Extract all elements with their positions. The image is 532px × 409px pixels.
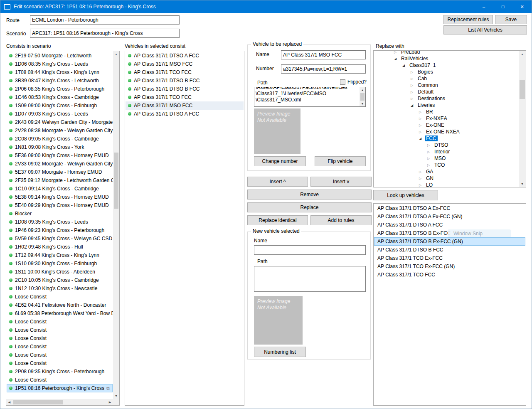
chevron-collapsed-icon[interactable]: ▷ bbox=[419, 170, 425, 174]
tree-node[interactable]: ▷Common bbox=[374, 82, 518, 89]
chevron-collapsed-icon[interactable]: ▷ bbox=[419, 130, 425, 134]
consist-vehicle-row[interactable]: AP Class 317/1 DTSO B FCC bbox=[126, 76, 244, 85]
consist-row[interactable]: 1C46 08:53 King's Cross - Cambridge bbox=[7, 93, 113, 101]
consist-row[interactable]: 6L69 05:38 Peterborough West Yard - Bow … bbox=[7, 309, 113, 318]
tree-node[interactable]: ▷TCO bbox=[374, 162, 518, 168]
tree-node[interactable]: ▷Interior bbox=[374, 148, 518, 155]
tree-node[interactable]: ◢Liveries bbox=[374, 102, 518, 108]
add-to-rules-button[interactable]: Add to rules bbox=[310, 215, 372, 225]
consist-row[interactable]: 5E38 09:14 King's Cross - Hornsey EMUD bbox=[7, 193, 113, 201]
consist-row[interactable]: 2C08 09:05 King's Cross - Cambridge bbox=[7, 135, 113, 143]
tree-node[interactable]: ▷BR bbox=[374, 108, 518, 115]
vehicle-result-row[interactable]: AP Class 317/1 DTSO B Ex-FCC (GN) bbox=[374, 237, 525, 246]
consist-row[interactable]: Loose Consist bbox=[7, 359, 113, 367]
chevron-collapsed-icon[interactable]: ▷ bbox=[427, 163, 433, 167]
flipped-checkbox[interactable]: Flipped? bbox=[340, 79, 367, 85]
scroll-right-icon[interactable]: ▶ bbox=[107, 399, 113, 405]
chevron-collapsed-icon[interactable]: ▷ bbox=[419, 123, 425, 127]
chevron-collapsed-icon[interactable]: ▷ bbox=[419, 183, 425, 187]
consist-vehicle-row[interactable]: AP Class 317/1 MSO FCC bbox=[126, 60, 244, 68]
consists-vscrollbar[interactable]: ▲ ▼ bbox=[113, 51, 119, 399]
chevron-expanded-icon[interactable]: ◢ bbox=[394, 57, 400, 61]
maximize-button[interactable]: □ bbox=[493, 0, 512, 13]
consist-row[interactable]: Loose Consist bbox=[7, 334, 113, 342]
consist-row[interactable]: 5E37 09:07 Moorgate - Hornsey EMUD bbox=[7, 168, 113, 176]
tree-node[interactable]: ◢RailVehicles bbox=[374, 55, 518, 62]
consist-row[interactable]: 5E36 09:00 King's Cross - Hornsey EMUD bbox=[7, 151, 113, 160]
chevron-expanded-icon[interactable]: ◢ bbox=[411, 103, 416, 107]
chevron-collapsed-icon[interactable]: ▷ bbox=[411, 70, 416, 74]
tree-node[interactable]: ▷Cab bbox=[374, 75, 518, 82]
chevron-expanded-icon[interactable]: ◢ bbox=[419, 137, 425, 140]
minimize-button[interactable]: – bbox=[474, 0, 493, 13]
consist-row[interactable]: 1T08 08:44 King's Cross - King's Lynn bbox=[7, 68, 113, 76]
close-button[interactable]: ✕ bbox=[512, 0, 532, 13]
vehicle-result-row[interactable]: AP Class 317/1 DTSO A FCC bbox=[374, 221, 525, 229]
vehicle-result-row[interactable]: AP Class 317/1 TCO Ex-FCC (GN) bbox=[374, 262, 525, 271]
consist-row[interactable]: 1S10 09:30 King's Cross - Edinburgh bbox=[7, 259, 113, 268]
chevron-expanded-icon[interactable]: ◢ bbox=[402, 64, 408, 67]
consist-vehicle-row[interactable]: AP Class 317/1 TCO FCC bbox=[126, 68, 244, 76]
vehicle-result-row[interactable]: AP Class 317/1 TCO Ex-FCC bbox=[374, 254, 525, 262]
tree-node[interactable]: ▷Default bbox=[374, 89, 518, 95]
vehicle-result-row[interactable]: AP Class 317/1 DTSO A Ex-FCC bbox=[374, 204, 525, 212]
consist-row[interactable]: 2P08 09:35 King's Cross - Peterborough bbox=[7, 367, 113, 376]
new-path-field[interactable] bbox=[254, 266, 366, 292]
scroll-up-icon[interactable]: ▲ bbox=[360, 87, 365, 93]
scroll-down-icon[interactable]: ▼ bbox=[360, 101, 365, 106]
chevron-collapsed-icon[interactable]: ▷ bbox=[427, 143, 433, 147]
consist-vehicle-row[interactable]: AP Class 317/1 DTSO B FCC bbox=[126, 85, 244, 93]
vehicle-result-row[interactable]: AP Class 317/1 DTSO A Ex-FCC (GN) bbox=[374, 212, 525, 221]
consist-row[interactable]: Loose Consist bbox=[7, 351, 113, 359]
consist-row[interactable]: 1D06 08:35 King's Cross - Leeds bbox=[7, 60, 113, 68]
consist-row[interactable]: 1P46 09:23 King's Cross - Peterborough bbox=[7, 226, 113, 234]
chevron-collapsed-icon[interactable]: ▷ bbox=[411, 90, 416, 94]
consist-row[interactable]: Blocker bbox=[7, 209, 113, 218]
consist-row[interactable]: 2C10 10:05 King's Cross - Cambridge bbox=[7, 276, 113, 284]
consist-vehicle-row[interactable]: AP Class 317/1 DTSO A FCC bbox=[126, 110, 244, 118]
chevron-collapsed-icon[interactable]: ▷ bbox=[411, 97, 416, 101]
consist-vehicle-row[interactable]: AP Class 317/1 TCO FCC bbox=[126, 93, 244, 101]
replacement-rules-button[interactable]: Replacement rules bbox=[443, 15, 493, 24]
tree-vscrollbar[interactable]: ▲ ▼ bbox=[519, 51, 526, 187]
chevron-collapsed-icon[interactable]: ▷ bbox=[419, 110, 425, 114]
flip-vehicle-button[interactable]: Flip vehicle bbox=[315, 156, 366, 166]
vehicle-result-row[interactable]: AP Class 317/1 TCO FCC bbox=[374, 271, 525, 279]
consist-row[interactable]: 1H02 09:48 King's Cross - Hull bbox=[7, 243, 113, 251]
route-input[interactable]: ECML London - Peterborough bbox=[30, 15, 180, 25]
chevron-collapsed-icon[interactable]: ▷ bbox=[411, 84, 416, 87]
scroll-down-icon[interactable]: ▼ bbox=[519, 180, 526, 187]
tree-node[interactable]: ▷GN bbox=[374, 175, 518, 182]
vehicle-result-row[interactable]: AP Class 317/1 DTSO B FCC bbox=[374, 246, 525, 254]
consist-row[interactable]: 1S09 09:00 King's Cross - Edinburgh bbox=[7, 101, 113, 110]
consist-row[interactable]: 2P06 08:35 King's Cross - Peterborough bbox=[7, 85, 113, 93]
scenario-input[interactable]: APC317: 1P51 08:16 Peterborough - King's… bbox=[30, 29, 180, 38]
scroll-down-icon[interactable]: ▼ bbox=[113, 393, 119, 399]
numbering-list-button[interactable]: Numbering list bbox=[254, 347, 306, 357]
consist-row[interactable]: 1D08 09:35 King's Cross - Leeds bbox=[7, 218, 113, 226]
consist-row[interactable]: 2F19 07:50 Moorgate - Letchworth bbox=[7, 52, 113, 60]
path-scroll-thumb[interactable] bbox=[360, 93, 365, 101]
scroll-up-icon[interactable]: ▲ bbox=[519, 51, 526, 57]
change-number-button[interactable]: Change number bbox=[254, 156, 306, 166]
consist-row[interactable]: 2K43 09:24 Welwyn Garden City - Moorgate bbox=[7, 118, 113, 126]
consist-row[interactable]: 1D07 09:03 King's Cross - Leeds bbox=[7, 110, 113, 118]
scroll-up-icon[interactable]: ▲ bbox=[113, 51, 119, 57]
consist-row[interactable]: Loose Consist bbox=[7, 318, 113, 326]
consist-row[interactable]: Loose Consist bbox=[7, 293, 113, 301]
consist-row[interactable]: 1N81 09:08 King's Cross - York bbox=[7, 143, 113, 151]
tree-node[interactable]: ▷Ex-ONE-NXEA bbox=[374, 128, 518, 135]
consist-row[interactable]: 1S11 10:00 King's Cross - Aberdeen bbox=[7, 268, 113, 276]
scroll-left-icon[interactable]: ◀ bbox=[6, 399, 12, 405]
look-up-vehicles-button[interactable]: Look up vehicles bbox=[373, 190, 438, 200]
new-name-field[interactable] bbox=[254, 245, 366, 255]
consist-row[interactable]: Loose Consist bbox=[7, 376, 113, 384]
chevron-collapsed-icon[interactable]: ▷ bbox=[419, 177, 425, 180]
remove-button[interactable]: Remove bbox=[247, 190, 372, 200]
tree-node[interactable]: ◢Class317_1 bbox=[374, 62, 518, 69]
insert-up-button[interactable]: Insert ^ bbox=[247, 177, 308, 187]
consists-hscrollbar[interactable]: ◀ ▶ bbox=[6, 399, 113, 405]
tree-node[interactable]: ▷GA bbox=[374, 168, 518, 175]
consist-vehicle-row[interactable]: AP Class 317/1 MSO FCC bbox=[126, 101, 244, 110]
name-field[interactable]: AP Class 317/1 MSO FCC bbox=[281, 50, 366, 59]
